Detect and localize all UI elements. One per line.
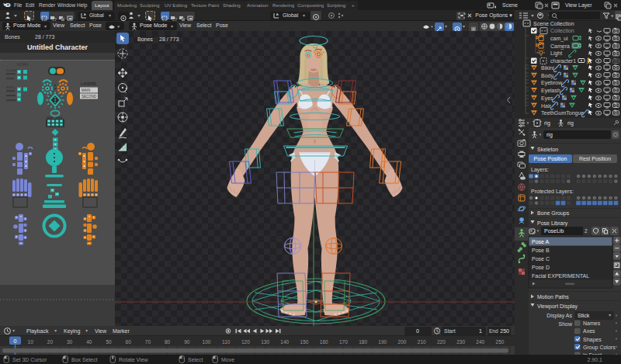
- svg-text:250: 250: [500, 328, 509, 334]
- svg-text:Protected Layers:: Protected Layers:: [531, 189, 574, 195]
- svg-text:Bikini: Bikini: [541, 65, 554, 71]
- svg-text:190: 190: [378, 339, 387, 345]
- svg-text:Move: Move: [221, 357, 234, 362]
- svg-text:110: 110: [222, 339, 231, 345]
- svg-text:View: View: [95, 328, 107, 334]
- svg-text:250: 250: [496, 339, 505, 345]
- svg-text:90: 90: [184, 339, 190, 345]
- svg-text:Marker: Marker: [113, 328, 130, 334]
- svg-text:Pose B: Pose B: [532, 248, 550, 253]
- svg-text:230: 230: [456, 339, 465, 345]
- svg-text:End: End: [489, 328, 498, 334]
- svg-text:Eyebrow: Eyebrow: [541, 80, 563, 86]
- svg-text:PoseLib: PoseLib: [544, 228, 564, 234]
- svg-text:rig: rig: [546, 132, 553, 138]
- svg-text:2.90.1: 2.90.1: [588, 357, 603, 362]
- svg-text:50: 50: [106, 339, 112, 345]
- svg-text:Shapes: Shapes: [583, 337, 602, 343]
- svg-text:80: 80: [165, 339, 171, 345]
- svg-text:170: 170: [339, 339, 348, 345]
- svg-text:rig: rig: [567, 120, 574, 127]
- svg-text:200: 200: [398, 339, 407, 345]
- svg-text:60: 60: [126, 339, 132, 345]
- svg-text:Start: Start: [444, 328, 456, 334]
- svg-text:20: 20: [47, 339, 54, 345]
- svg-text:40: 40: [86, 339, 92, 345]
- svg-text:160: 160: [320, 339, 328, 345]
- svg-text:Hair: Hair: [541, 103, 552, 109]
- svg-text:Body: Body: [541, 73, 553, 79]
- svg-text:28 / 773: 28 / 773: [159, 36, 179, 42]
- svg-text:MAIN: MAIN: [82, 88, 90, 92]
- svg-text:130: 130: [261, 339, 269, 345]
- svg-text:character1: character1: [550, 58, 576, 64]
- svg-text:Scene Collection: Scene Collection: [533, 21, 574, 26]
- svg-text:Set 3D Cursor: Set 3D Cursor: [12, 357, 47, 362]
- svg-text:Pose D: Pose D: [532, 265, 550, 270]
- svg-text:28 / 773: 28 / 773: [35, 34, 54, 40]
- svg-text:Display As: Display As: [546, 313, 572, 319]
- svg-text:150: 150: [300, 339, 309, 345]
- svg-text:Facial EXPERIMENTAL: Facial EXPERIMENTAL: [532, 273, 589, 279]
- svg-text:Pose Position: Pose Position: [534, 156, 567, 161]
- svg-text:Viewport Display: Viewport Display: [537, 303, 578, 310]
- svg-text:Group Colors: Group Colors: [583, 345, 616, 351]
- svg-text:Bones: Bones: [5, 34, 20, 40]
- svg-text:140: 140: [280, 339, 289, 345]
- svg-text:100: 100: [203, 339, 211, 345]
- svg-text:Stick: Stick: [578, 313, 590, 318]
- svg-text:ARM L: ARM L: [6, 85, 16, 89]
- svg-text:WORN: WORN: [17, 63, 28, 67]
- svg-text:Show: Show: [558, 321, 572, 327]
- svg-text:rig: rig: [544, 120, 550, 127]
- svg-text:Eyelash: Eyelash: [541, 88, 560, 94]
- svg-text:cam_ui: cam_ui: [550, 36, 568, 42]
- svg-text:Camera: Camera: [550, 43, 570, 49]
- svg-text:210: 210: [418, 339, 426, 345]
- svg-text:Bone Groups: Bone Groups: [537, 210, 570, 217]
- svg-text:LAYERS: LAYERS: [81, 81, 96, 86]
- svg-text:SECOND: SECOND: [82, 95, 97, 99]
- svg-text:Select: Select: [188, 357, 203, 362]
- svg-text:Box Select: Box Select: [71, 357, 98, 362]
- svg-text:Names: Names: [583, 321, 601, 326]
- svg-text:Skeleton: Skeleton: [537, 147, 558, 152]
- svg-text:Collection: Collection: [550, 28, 574, 33]
- svg-text:Bones: Bones: [137, 36, 153, 42]
- svg-text:Rest Position: Rest Position: [579, 156, 611, 161]
- svg-text:Light: Light: [550, 50, 562, 57]
- svg-text:TeethGumTongue: TeethGumTongue: [541, 110, 584, 116]
- svg-text:Layers:: Layers:: [531, 167, 549, 173]
- svg-text:2: 2: [585, 228, 588, 234]
- svg-text:Motion Paths: Motion Paths: [537, 294, 569, 300]
- svg-text:120: 120: [241, 339, 250, 345]
- svg-text:Axes: Axes: [583, 328, 595, 334]
- svg-text:0: 0: [416, 328, 419, 334]
- svg-text:10: 10: [28, 339, 34, 345]
- svg-text:70: 70: [145, 339, 151, 345]
- svg-text:Eyes: Eyes: [541, 95, 553, 102]
- svg-text:220: 220: [437, 339, 446, 345]
- svg-text:1: 1: [479, 328, 482, 334]
- svg-text:0: 0: [14, 338, 17, 344]
- svg-text:Keying: Keying: [64, 328, 81, 335]
- svg-text:Rotate View: Rotate View: [119, 357, 149, 362]
- svg-text:180: 180: [359, 339, 367, 345]
- svg-text:Pose Library: Pose Library: [537, 220, 568, 227]
- svg-text:Pose C: Pose C: [532, 256, 550, 262]
- svg-text:30: 30: [67, 339, 73, 345]
- svg-text:240: 240: [476, 339, 484, 345]
- svg-text:Pose A: Pose A: [532, 239, 550, 244]
- svg-text:Playback: Playback: [26, 328, 49, 335]
